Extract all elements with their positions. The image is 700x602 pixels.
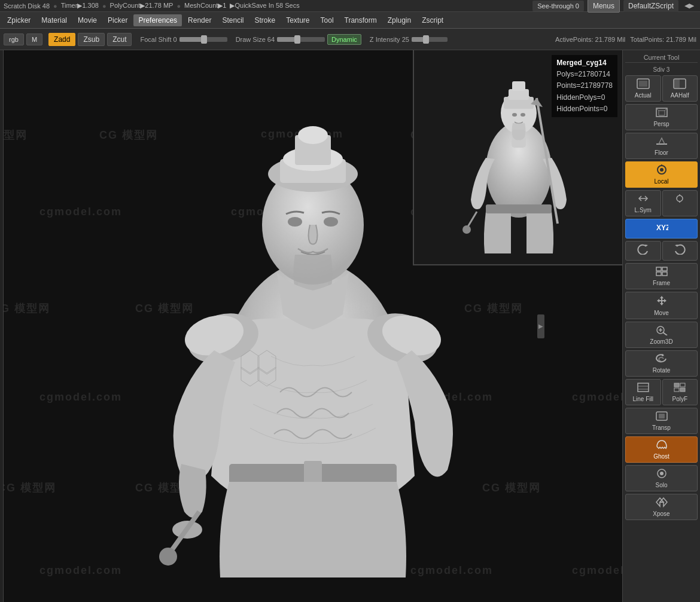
linefill-polyf-pair: Line Fill PolyF xyxy=(625,379,698,405)
collapse-sidebar-arrow[interactable]: ▶ xyxy=(537,314,544,338)
zoom3d-button[interactable]: Zoom3D xyxy=(625,322,698,348)
points-count: Points=21789778 xyxy=(556,80,613,91)
frame-label: Frame xyxy=(653,280,670,286)
rotate-icon xyxy=(655,353,668,366)
default-zscript[interactable]: DefaultZScript xyxy=(623,0,678,12)
mesh-name: Merged_cyg14 xyxy=(556,57,613,69)
menu-item-stroke[interactable]: Stroke xyxy=(249,14,280,26)
m-btn[interactable]: M xyxy=(26,33,42,45)
spin-left-button[interactable] xyxy=(625,241,661,261)
timer: Timer▶1.308 xyxy=(61,2,99,10)
move-button[interactable]: Move xyxy=(625,292,698,319)
ghost-button[interactable]: Ghost xyxy=(625,436,698,463)
focal-shift-slider[interactable] xyxy=(179,37,227,42)
hidden-polys: HiddenPolys=0 xyxy=(556,92,613,103)
linefill-label: Line Fill xyxy=(633,396,653,402)
actual-aahalf-pair: Actual AAHalf xyxy=(625,75,698,102)
dynamic-button[interactable]: Dynamic xyxy=(327,34,361,45)
total-points: TotalPoints: 21.789 Mil xyxy=(630,36,696,43)
zadd-button[interactable]: Zadd xyxy=(48,33,75,46)
rgb-btn[interactable]: rgb xyxy=(4,33,24,45)
xyz-button[interactable]: XYZ xyxy=(625,219,698,239)
z-intensity-slider[interactable] xyxy=(412,37,448,42)
svg-point-30 xyxy=(512,113,517,117)
mesh-count: MeshCount▶1 xyxy=(184,2,226,10)
polyf-button[interactable]: PolyF xyxy=(662,379,698,405)
svg-rect-49 xyxy=(662,272,667,276)
floor-label: Floor xyxy=(655,149,668,156)
menu-item-transform[interactable]: Transform xyxy=(340,14,382,26)
menu-item-stencil[interactable]: Stencil xyxy=(217,14,248,26)
linefill-button[interactable]: Line Fill xyxy=(625,379,661,405)
aahalf-button[interactable]: AAHalf xyxy=(662,75,698,102)
svg-line-6 xyxy=(169,512,199,554)
z-intensity-group: Z Intensity 25 xyxy=(370,36,448,43)
actual-button[interactable]: Actual xyxy=(625,75,661,102)
menu-item-preferences[interactable]: Preferences xyxy=(133,14,182,26)
xpose-button[interactable]: Xpose xyxy=(625,494,698,520)
menu-item-material[interactable]: Material xyxy=(36,14,72,26)
persp-button[interactable]: Persp xyxy=(625,104,698,130)
spin-right-button[interactable] xyxy=(662,241,698,261)
svg-rect-11 xyxy=(280,159,346,183)
frame-icon xyxy=(655,266,668,279)
actual-icon xyxy=(637,78,650,91)
empty-pair-btn[interactable] xyxy=(662,190,698,216)
canvas-area[interactable]: 模型网 CG 模型网 cgmodel.com CG 模型网 CG 模型网 cgm… xyxy=(4,50,622,602)
subdiv-indicator: Sdiv 3 xyxy=(625,65,698,74)
menu-item-render[interactable]: Render xyxy=(183,14,216,26)
sidebar-title: Current Tool xyxy=(625,53,698,63)
zcut-button[interactable]: Zcut xyxy=(107,33,132,46)
svg-point-9 xyxy=(262,165,364,285)
quicksave-status: ▶QuickSave In 58 Secs xyxy=(230,2,299,10)
top-bar: Scratch Disk 48 ● Timer▶1.308 ● PolyCoun… xyxy=(0,0,700,12)
preview-window: Merged_cyg14 Polys=21780714 Points=21789… xyxy=(413,50,622,265)
spin-right-icon xyxy=(673,244,686,256)
menu-item-tool[interactable]: Tool xyxy=(316,14,339,26)
svg-rect-59 xyxy=(674,388,679,392)
menu-item-picker[interactable]: Picker xyxy=(103,14,132,26)
focal-shift-group: Focal Shift 0 xyxy=(140,36,227,43)
svg-point-3 xyxy=(362,305,444,370)
lsym-button[interactable]: L.Sym xyxy=(625,190,661,216)
menu-item-texture[interactable]: Texture xyxy=(281,14,314,26)
draw-size-slider[interactable] xyxy=(277,37,325,42)
frame-button[interactable]: Frame xyxy=(625,263,698,289)
zsub-button[interactable]: Zsub xyxy=(78,33,105,46)
solo-label: Solo xyxy=(655,482,667,488)
see-through[interactable]: See-through 0 xyxy=(532,1,584,11)
svg-point-16 xyxy=(324,217,338,227)
svg-text:XYZ: XYZ xyxy=(656,224,668,232)
svg-rect-8 xyxy=(298,261,328,308)
focal-shift-label: Focal Shift 0 xyxy=(140,36,176,43)
rotate-button[interactable]: Rotate xyxy=(625,350,698,377)
move-icon xyxy=(655,295,668,308)
menu-item-zplugin[interactable]: Zplugin xyxy=(383,14,416,26)
svg-rect-18 xyxy=(304,461,322,488)
svg-point-15 xyxy=(288,217,302,227)
active-points: ActivePoints: 21.789 Mil xyxy=(555,36,625,43)
svg-point-64 xyxy=(660,472,664,475)
menus-button[interactable]: Menus xyxy=(588,0,620,13)
solo-button[interactable]: Solo xyxy=(625,465,698,491)
local-button[interactable]: Local xyxy=(625,161,698,188)
collapse-icon[interactable]: ◀▶ xyxy=(682,2,696,10)
rotate-label: Rotate xyxy=(653,367,670,374)
svg-rect-58 xyxy=(680,383,685,387)
menu-item-zscript[interactable]: Zscript xyxy=(417,14,448,26)
lsym-icon xyxy=(637,193,650,206)
floor-button[interactable]: Floor xyxy=(625,133,698,159)
svg-point-42 xyxy=(677,195,683,201)
polys-count: Polys=21780714 xyxy=(556,69,613,80)
menu-item-movie[interactable]: Movie xyxy=(73,14,102,26)
draw-size-label: Draw Size 64 xyxy=(236,36,275,43)
svg-point-40 xyxy=(660,168,664,172)
svg-line-51 xyxy=(663,332,667,335)
menu-bar: Zpicker Material Movie Picker Preference… xyxy=(0,12,700,29)
transp-button[interactable]: Transp xyxy=(625,408,698,434)
menu-item-zpicker[interactable]: Zpicker xyxy=(2,14,35,26)
svg-rect-57 xyxy=(674,383,679,387)
local-label: Local xyxy=(655,178,669,185)
svg-point-12 xyxy=(283,147,343,171)
right-sidebar: Current Tool Sdiv 3 Actual AAHalf xyxy=(622,50,700,602)
